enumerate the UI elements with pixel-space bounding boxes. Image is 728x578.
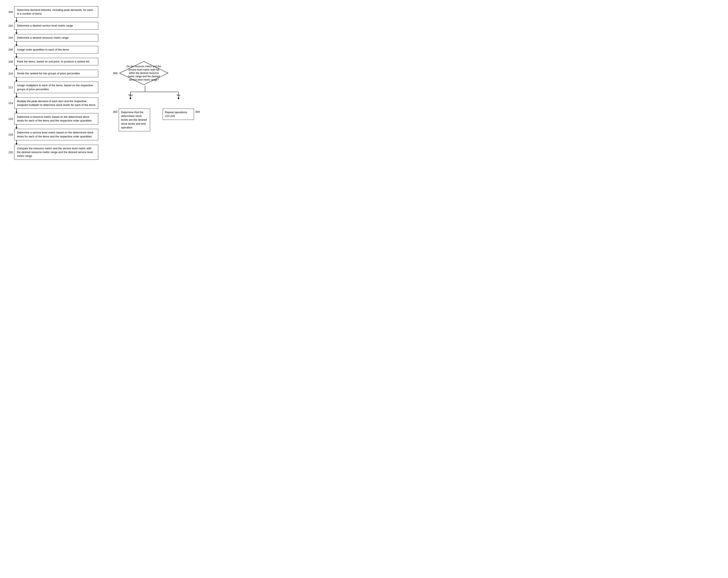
left-column: 200 Determine demand histories, includin… (6, 6, 98, 160)
step-box-210: Divide the ranked list into groups of pr… (14, 70, 98, 77)
decision-row: 300 Do the resource metric and the servi… (111, 60, 169, 86)
yes-step-label: 302 (111, 109, 119, 113)
no-step-label: 304 (194, 109, 201, 113)
step-row-202: 202 Determine a desired service level me… (6, 22, 98, 29)
svg-text:Yes: Yes (128, 93, 133, 97)
arrow-218-220 (6, 140, 18, 145)
step-label-200: 200 (6, 10, 14, 13)
yes-step-box: Determine that the determined stock leve… (119, 109, 150, 131)
step-box-220: Compare the resource metric and the serv… (14, 145, 98, 160)
arrow-210-212 (6, 77, 18, 82)
step-row-218: 218 Determine a service level metric bas… (6, 129, 98, 140)
step-label-220: 220 (6, 151, 14, 154)
svg-text:No: No (177, 93, 180, 97)
step-box-206: Assign order quantities to each of the i… (14, 46, 98, 53)
arrow-214-216 (6, 109, 18, 113)
step-label-210: 210 (6, 72, 14, 75)
step-row-214: 214 Multiply the peak demand of each ite… (6, 98, 98, 109)
no-step-box: Repeat operations 210-220 (163, 109, 194, 120)
step-box-204: Determine a desired resource metric rang… (14, 34, 98, 42)
decision-diamond: Do the resource metric and the service l… (119, 60, 169, 86)
yes-branch: 302 Determine that the determined stock … (111, 109, 150, 131)
right-column: 300 Do the resource metric and the servi… (111, 60, 201, 131)
step-label-212: 212 (6, 86, 14, 89)
arrow-206-208 (6, 53, 18, 58)
arrow-208-210 (6, 65, 18, 70)
step-row-204: 204 Determine a desired resource metric … (6, 34, 98, 42)
step-label-214: 214 (6, 102, 14, 105)
step-label-218: 218 (6, 133, 14, 136)
step-label-202: 202 (6, 24, 14, 27)
yes-no-boxes: 302 Determine that the determined stock … (111, 109, 201, 131)
diagram-container: 200 Determine demand histories, includin… (6, 6, 722, 160)
step-label-206: 206 (6, 48, 14, 51)
step-row-210: 210 Divide the ranked list into groups o… (6, 70, 98, 77)
no-branch: Repeat operations 210-220 304 (163, 109, 201, 120)
svg-marker-6 (178, 98, 180, 100)
decision-label: 300 (111, 72, 119, 75)
decision-text: Do the resource metric and the service l… (126, 65, 161, 82)
arrow-202-204 (6, 30, 18, 34)
arrow-204-206 (6, 42, 18, 46)
step-row-206: 206 Assign order quantities to each of t… (6, 46, 98, 53)
step-row-200: 200 Determine demand histories, includin… (6, 6, 98, 18)
step-box-214: Multiply the peak demand of each item an… (14, 98, 98, 109)
arrow-212-214 (6, 93, 18, 98)
arrow-200-202 (6, 18, 18, 22)
arrow-216-218 (6, 125, 18, 129)
step-row-216: 216 Determine a resource metric based on… (6, 113, 98, 125)
svg-marker-4 (129, 98, 131, 100)
step-label-204: 204 (6, 36, 14, 39)
step-label-216: 216 (6, 117, 14, 120)
step-row-220: 220 Compare the resource metric and the … (6, 145, 98, 160)
step-box-212: Assign multipliers to each of the items,… (14, 82, 98, 93)
step-box-208: Rank the items, based on unit price, to … (14, 58, 98, 65)
step-box-200: Determine demand histories, including pe… (14, 6, 98, 18)
step-label-208: 208 (6, 60, 14, 63)
step-row-212: 212 Assign multipliers to each of the it… (6, 82, 98, 93)
step-row-208: 208 Rank the items, based on unit price,… (6, 58, 98, 65)
step-box-218: Determine a service level metric based o… (14, 129, 98, 140)
step-box-216: Determine a resource metric based on the… (14, 113, 98, 125)
step-box-202: Determine a desired service level metric… (14, 22, 98, 29)
